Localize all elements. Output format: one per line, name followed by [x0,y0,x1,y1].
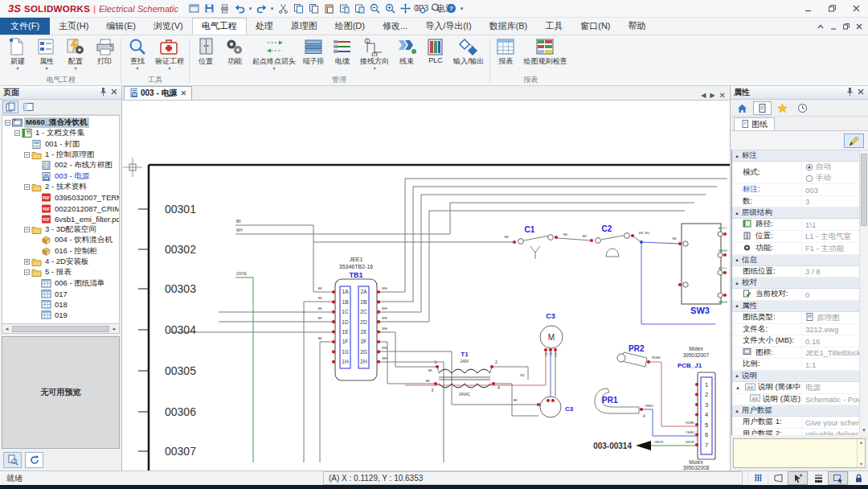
minimize-doc-icon[interactable] [829,23,837,31]
menu-tab-h[interactable]: 主页(H) [50,18,97,35]
app-window-icon[interactable] [186,2,201,16]
collapse-icon[interactable]: − [24,227,30,232]
ribbon-button-props[interactable]: 属性▾ [32,36,61,71]
lineweight-toggle[interactable] [808,471,828,485]
section-header-说明[interactable]: ▲说明 [732,371,859,382]
zoom-area-icon[interactable] [413,2,428,16]
property-row[interactable]: 图纸位置:3 / 8 [732,266,859,278]
pin-icon[interactable] [845,87,854,98]
collapse-icon[interactable]: − [5,120,10,125]
select-window-toggle[interactable] [828,471,848,485]
print-icon[interactable] [217,2,231,16]
tree-item[interactable]: −006 - 图纸清单 [2,277,119,288]
property-row[interactable]: ▲AX说明 (简体中文电源 [732,382,859,394]
menu-tab-i[interactable]: 导入/导出(I) [416,18,480,35]
tree-item[interactable]: −PDF6vsb1_emi_filter.pdf [2,214,119,224]
ribbon-button-plc[interactable]: PLC [421,36,450,68]
tree-item[interactable]: −017 [2,289,119,299]
save-icon[interactable] [202,2,216,16]
menu-tab-[interactable]: 帮助 [620,18,655,35]
tree-item[interactable]: −M660_混合冷饮机 [2,117,119,128]
ribbon-button-print[interactable]: 打印 [90,36,119,71]
tree-item[interactable]: −2 - 技术资料 [2,182,119,192]
expand-icon[interactable]: + [24,259,30,265]
property-row[interactable]: 当前校对:0 [732,289,859,301]
clock-tab-icon[interactable] [793,101,812,115]
menu-tab-e[interactable]: 编辑(E) [97,18,145,35]
section-header-层级结构[interactable]: ▲层级结构 [732,208,859,219]
property-row[interactable]: 标注:003 [732,184,859,196]
ribbon-button-report[interactable]: 报表 [492,36,521,71]
close-icon[interactable] [110,88,118,97]
tree-item[interactable]: −1 - 控制原理图 [2,150,119,160]
edit-pencil-button[interactable] [844,134,864,148]
tab-close-icon[interactable]: ✕ [181,89,187,97]
ribbon-button-new[interactable]: 新建▾ [3,36,32,71]
dropdown-caret-icon[interactable]: ▾ [248,6,253,12]
property-row[interactable]: 路径:1\1 [732,219,859,231]
ribbon-button-func[interactable]: 功能 [220,36,249,71]
tree-item[interactable]: −004 - 饮料混合机 [2,235,119,245]
minimize-button[interactable] [796,0,820,17]
menu-tab-[interactable]: 修改... [374,18,416,35]
section-header-属性[interactable]: ▲属性 [732,301,859,312]
section-header-信息[interactable]: ▲信息 [732,255,859,266]
tree-item[interactable]: −PDF0395032007_TERMINA [2,192,119,203]
home-tab-icon[interactable] [733,101,751,115]
menu-tab-v[interactable]: 浏览(V) [145,18,192,35]
radio-option[interactable]: 自动 [805,162,831,171]
refresh-button[interactable] [25,452,43,468]
sheet-tab-icon[interactable] [753,101,772,115]
cut-icon[interactable] [276,2,290,16]
copy-icon[interactable] [291,2,305,16]
tree-horizontal-scrollbar[interactable]: ◄ ► [2,324,120,334]
collapse-icon[interactable]: − [14,130,20,136]
zoom-in-icon[interactable] [383,2,397,16]
menu-tab-[interactable]: 原理图 [282,18,326,35]
grid-toggle[interactable] [747,471,768,485]
property-row[interactable]: AX说明 (英语):Schematic - Pow [732,394,859,406]
section-header-用户数据[interactable]: ▲用户数据 [732,405,859,417]
menu-tab-b[interactable]: 数据库(B) [481,18,537,35]
property-row[interactable]: 功能:F1 - 主功能 [732,243,859,255]
tree-item[interactable]: −PDF0022012087_CRIMP_H [2,203,119,213]
menu-tab-[interactable]: 工具 [536,18,571,35]
next-tab-icon[interactable]: ▶ [710,92,714,99]
star-tab-icon[interactable] [773,101,792,115]
tree-item[interactable]: −001 - 封面 [2,139,119,150]
restore-doc-icon[interactable] [842,23,850,31]
scrollbar-thumb[interactable] [12,326,109,332]
lock-toggle[interactable] [848,471,868,485]
help-icon[interactable]: ? [444,2,458,16]
section-header-校对[interactable]: ▲校对 [732,277,859,289]
scroll-right-icon[interactable]: ► [110,327,119,331]
menu-tab-[interactable]: 处理 [247,18,282,35]
ribbon-button-harness[interactable]: 线束 [392,36,421,71]
dropdown-caret-icon[interactable]: ▾ [459,6,465,12]
preview-toggle-button[interactable] [3,452,22,468]
undo-icon[interactable] [232,2,247,16]
ribbon-button-rulecheck[interactable]: 绘图规则检查 [521,36,571,71]
section-header-标注[interactable]: ▲标注 [732,150,859,162]
tree-item[interactable]: −1 - 文档文件集 [2,128,119,138]
duplicate-icon[interactable] [306,2,321,16]
tree-item[interactable]: −003 - 电源 [2,171,119,181]
close-icon[interactable] [857,88,865,97]
collapse-icon[interactable]: − [24,184,30,190]
scroll-down-icon[interactable]: ▼ [860,426,868,435]
tree-item[interactable]: −018 [2,299,119,310]
trapezoid-toggle[interactable] [768,471,788,485]
comment-box[interactable]: ▲▼ [733,438,866,468]
property-row[interactable]: 位置:L1 - 主电气室 [732,231,859,243]
property-row[interactable]: 数:3 [732,196,859,208]
property-row[interactable]: 比例:1:1 [732,359,859,371]
ribbon-button-config[interactable]: 配置▾ [61,36,90,71]
ribbon-button-find[interactable]: 查找▾ [123,36,152,71]
comment-scrollbar[interactable]: ▲▼ [857,439,865,467]
close-document-icon[interactable]: ✕ [719,91,726,100]
file-menu-button[interactable]: 文件(F) [0,18,50,35]
document-tab[interactable]: 003 - 电源 ✕ [124,86,192,100]
ribbon-button-cable[interactable]: 电缆 [328,36,357,71]
snap-toggle[interactable] [788,471,808,485]
copy-sheet-icon[interactable] [337,2,351,16]
